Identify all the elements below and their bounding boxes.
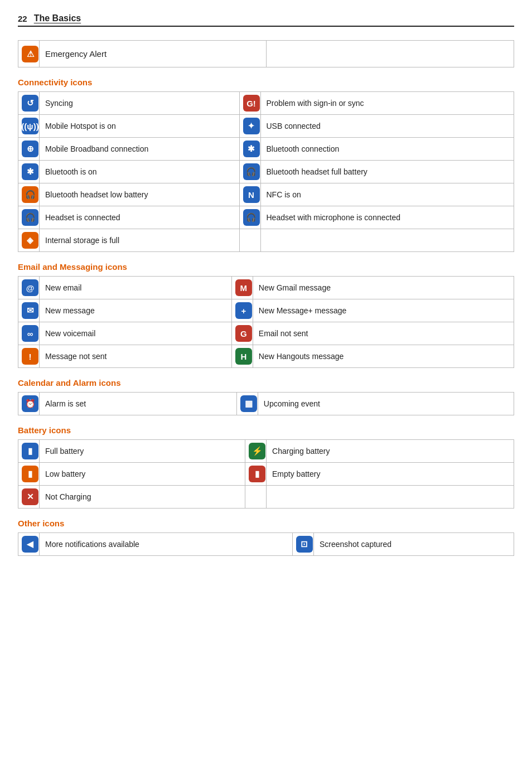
section-title-3: Battery icons [18,425,514,435]
right-label-0-0: Problem with sign-in or sync [260,92,514,115]
table-row: ✉New message+New Message+ message [18,299,514,322]
left-label-1-1: New message [40,299,232,322]
left-icon-cell-0-0: ↺ [18,92,40,115]
emergency-right-empty [266,41,514,67]
left-icon-cell-1-1: ✉ [18,299,40,322]
table-row: ◀More notifications available⊡Screenshot… [18,533,514,556]
left-label-1-3: Message not sent [40,345,232,368]
left-icon-0-4: 🎧 [22,186,38,203]
right-icon-0-2: ✱ [243,141,260,157]
emergency-icon-cell: ⚠ [18,41,40,67]
right-icon-cell-2-0: ▦ [236,393,258,415]
right-icon-cell-0-3: 🎧 [239,161,260,183]
left-icon-0-1: ((ψ)) [22,118,38,134]
table-row: 🎧Bluetooth headset low batteryNNFC is on [18,183,514,206]
table-row: ▮Full battery⚡Charging battery [18,440,514,463]
table-row: ◈Internal storage is full [18,229,514,252]
left-label-4-0: More notifications available [40,533,293,556]
left-icon-0-0: ↺ [22,95,38,112]
right-icon-cell-0-0: G! [239,92,260,115]
right-icon-2-0: ▦ [240,395,257,412]
right-icon-cell-0-2: ✱ [239,138,260,161]
emergency-label: Emergency Alert [40,41,267,67]
right-label-1-2: Email not sent [253,322,514,345]
right-label-4-0: Screenshot captured [313,533,514,556]
left-label-0-3: Bluetooth is on [40,161,240,183]
right-icon-cell-3-0: ⚡ [245,440,267,463]
left-icon-4-0: ◀ [22,536,38,553]
section-table-3: ▮Full battery⚡Charging battery▮Low batte… [18,439,514,509]
left-label-0-6: Internal storage is full [40,229,240,252]
right-icon-0-0: G! [243,95,260,112]
right-label-3-1: Empty battery [267,463,514,486]
right-icon-cell-1-0: M [231,277,253,299]
right-icon-cell-3-1: ▮ [245,463,267,486]
table-row: ((ψ))Mobile Hotspot is on✦USB connected [18,115,514,138]
right-label-0-6 [260,229,514,252]
sections-container: Connectivity icons↺SyncingG!Problem with… [18,78,514,556]
right-icon-0-3: 🎧 [243,163,260,180]
table-row: ✕Not Charging [18,486,514,509]
left-label-0-5: Headset is connected [40,206,240,229]
left-label-3-2: Not Charging [40,486,245,509]
right-icon-4-0: ⊡ [296,536,313,553]
section-table-4: ◀More notifications available⊡Screenshot… [18,532,514,556]
left-icon-2-0: ⏰ [22,395,38,412]
left-icon-0-5: 🎧 [22,209,38,226]
left-icon-cell-0-2: ⊕ [18,138,40,161]
right-icon-cell-1-3: H [231,345,253,368]
section-table-0: ↺SyncingG!Problem with sign-in or sync((… [18,91,514,252]
left-icon-1-0: @ [22,279,38,296]
left-icon-0-6: ◈ [22,232,38,249]
right-icon-1-1: + [235,302,252,319]
left-label-0-4: Bluetooth headset low battery [40,183,240,206]
left-label-0-2: Mobile Broadband connection [40,138,240,161]
page-header: 22 The Basics [18,13,514,27]
right-icon-cell-0-6 [239,229,260,252]
table-row: ∞New voicemailGEmail not sent [18,322,514,345]
section-title-4: Other icons [18,519,514,528]
left-icon-cell-0-6: ◈ [18,229,40,252]
table-row: !Message not sentHNew Hangouts message [18,345,514,368]
table-row: ▮Low battery▮Empty battery [18,463,514,486]
right-label-1-0: New Gmail message [253,277,514,299]
left-icon-cell-0-3: ✱ [18,161,40,183]
section-title-1: Email and Messaging icons [18,262,514,272]
right-label-0-2: Bluetooth connection [260,138,514,161]
left-icon-cell-1-0: @ [18,277,40,299]
left-icon-cell-0-4: 🎧 [18,183,40,206]
left-label-0-1: Mobile Hotspot is on [40,115,240,138]
section-title-0: Connectivity icons [18,78,514,87]
right-label-3-2 [267,486,514,509]
left-icon-cell-2-0: ⏰ [18,393,40,415]
left-icon-cell-1-2: ∞ [18,322,40,345]
emergency-table: ⚠ Emergency Alert [18,40,514,67]
left-label-2-0: Alarm is set [40,393,237,415]
left-icon-1-1: ✉ [22,302,38,319]
right-label-2-0: Upcoming event [258,393,514,415]
left-label-1-0: New email [40,277,232,299]
right-icon-3-0: ⚡ [249,443,265,459]
right-icon-cell-4-0: ⊡ [292,533,313,556]
right-icon-cell-0-4: N [239,183,260,206]
left-icon-0-3: ✱ [22,163,38,180]
left-icon-1-3: ! [22,348,38,365]
table-row: ✱Bluetooth is on🎧Bluetooth headset full … [18,161,514,183]
right-icon-3-1: ▮ [249,466,265,482]
right-icon-1-0: M [235,279,252,296]
right-icon-cell-1-1: + [231,299,253,322]
table-row: ⊕Mobile Broadband connection✱Bluetooth c… [18,138,514,161]
table-row: ⏰Alarm is set▦Upcoming event [18,393,514,415]
right-icon-0-5: 🎧 [243,209,260,226]
section-table-1: @New emailMNew Gmail message✉New message… [18,276,514,368]
right-label-0-3: Bluetooth headset full battery [260,161,514,183]
page-number: 22 [18,14,27,23]
table-row: @New emailMNew Gmail message [18,277,514,299]
left-icon-cell-1-3: ! [18,345,40,368]
left-icon-cell-3-1: ▮ [18,463,40,486]
left-icon-cell-0-1: ((ψ)) [18,115,40,138]
section-title-2: Calendar and Alarm icons [18,378,514,388]
right-icon-cell-3-2 [245,486,267,509]
left-icon-0-2: ⊕ [22,141,38,157]
right-label-1-1: New Message+ message [253,299,514,322]
